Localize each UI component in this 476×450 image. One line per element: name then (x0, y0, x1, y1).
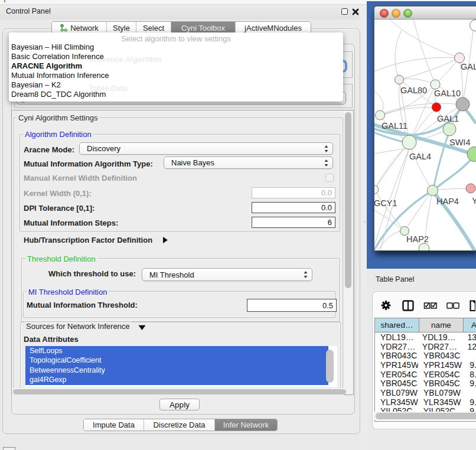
svg-text:GAL1: GAL1 (437, 114, 459, 123)
svg-text:GAL80: GAL80 (400, 86, 427, 95)
svg-text:GCY1: GCY1 (374, 198, 397, 208)
svg-text:GAL10: GAL10 (434, 89, 461, 98)
svg-text:SWI4: SWI4 (449, 138, 470, 147)
svg-text:GAL2: GAL2 (461, 62, 476, 71)
svg-text:Y: Y (472, 196, 476, 206)
svg-text:GAL4: GAL4 (409, 152, 431, 161)
svg-text:GAL11: GAL11 (382, 121, 407, 131)
svg-text:HAP4: HAP4 (436, 197, 459, 206)
svg-text:HAP2: HAP2 (406, 234, 429, 244)
